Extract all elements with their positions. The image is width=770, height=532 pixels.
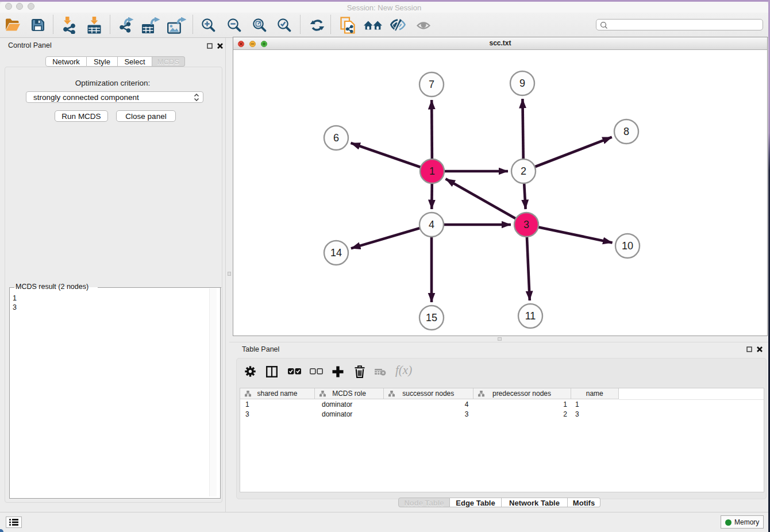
- svg-text:14: 14: [330, 247, 342, 259]
- svg-text:15: 15: [426, 312, 437, 323]
- svg-text:3: 3: [523, 219, 529, 230]
- svg-text:2: 2: [521, 165, 526, 177]
- svg-text:11: 11: [525, 310, 536, 322]
- svg-text:7: 7: [429, 79, 434, 90]
- svg-text:4: 4: [429, 219, 434, 230]
- svg-text:8: 8: [623, 126, 629, 137]
- svg-text:6: 6: [333, 132, 339, 144]
- svg-text:1: 1: [429, 165, 435, 177]
- svg-text:10: 10: [622, 240, 633, 252]
- svg-text:9: 9: [519, 78, 525, 89]
